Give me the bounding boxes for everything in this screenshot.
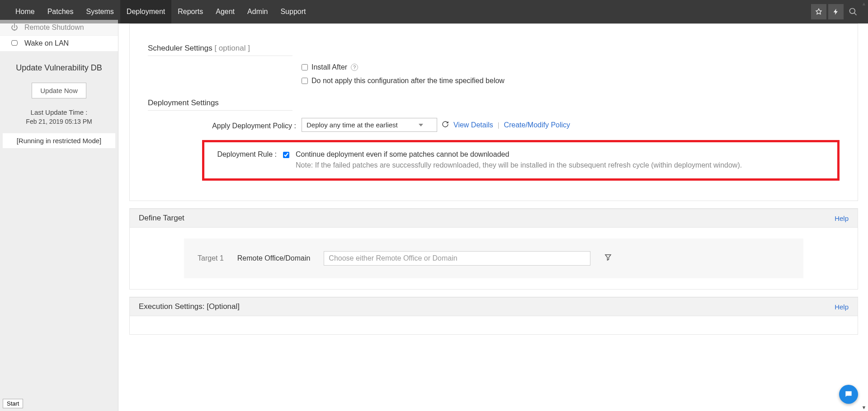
divider: |	[498, 121, 500, 129]
policy-select-value: Deploy any time at the earliest	[307, 121, 398, 129]
restricted-mode-badge: [Running in restricted Mode]	[3, 133, 115, 148]
target-field-label: Remote Office/Domain	[237, 254, 311, 262]
svg-point-0	[850, 9, 855, 14]
svg-line-1	[854, 13, 857, 15]
target-input[interactable]: Choose either Remote Office or Domain	[324, 251, 590, 266]
execution-settings-help-link[interactable]: Help	[835, 303, 849, 311]
sidebar: ⏻ Remote Shutdown 🖵 Wake on LAN Update V…	[0, 23, 118, 411]
sidebar-item-wake-on-lan[interactable]: 🖵 Wake on LAN	[0, 36, 118, 51]
define-target-card: Define Target Help Target 1 Remote Offic…	[129, 208, 858, 290]
search-icon[interactable]	[845, 4, 861, 19]
config-card: Scheduler Settings [ optional ] Install …	[129, 23, 858, 201]
sidebar-item-remote-shutdown[interactable]: ⏻ Remote Shutdown	[0, 20, 118, 36]
view-details-link[interactable]: View Details	[453, 121, 493, 129]
define-target-heading: Define Target	[139, 214, 184, 223]
install-after-checkbox[interactable]	[302, 64, 308, 70]
deployment-rule-checkbox[interactable]	[283, 152, 289, 158]
deployment-rule-note: Note: If the failed patches are successf…	[296, 160, 828, 170]
execution-settings-card: Execution Settings: [Optional] Help	[129, 297, 858, 335]
sidebar-vuln-heading: Update Vulnerability DB	[0, 57, 118, 79]
deployment-rule-highlight: Deployment Rule : Continue deployment ev…	[202, 140, 840, 181]
chat-fab[interactable]	[839, 385, 858, 404]
nav-deployment[interactable]: Deployment	[120, 0, 171, 23]
scheduler-heading: Scheduler Settings	[148, 44, 212, 52]
scroll-down-icon[interactable]: ▼	[861, 404, 867, 411]
scroll-up-icon[interactable]: ▲	[861, 0, 867, 7]
policy-label: Apply Deployment Policy :	[148, 120, 302, 130]
power-icon: ⏻	[10, 23, 19, 32]
deployment-heading: Deployment Settings	[148, 98, 219, 107]
rocket-icon[interactable]	[811, 4, 826, 19]
main-content: Scheduler Settings [ optional ] Install …	[118, 23, 868, 411]
lightning-icon[interactable]	[828, 4, 844, 19]
deployment-rule-text: Continue deployment even if some patches…	[296, 150, 828, 159]
do-not-apply-label: Do not apply this configuration after th…	[311, 77, 505, 85]
nav-support[interactable]: Support	[274, 0, 312, 23]
help-icon[interactable]: ?	[351, 64, 358, 71]
top-navigation: Home Patches Systems Deployment Reports …	[0, 0, 868, 23]
chevron-down-icon	[419, 124, 423, 126]
refresh-icon[interactable]	[442, 121, 449, 130]
install-after-option[interactable]: Install After ?	[302, 63, 358, 71]
nav-reports[interactable]: Reports	[171, 0, 209, 23]
target-index-label: Target 1	[198, 254, 224, 262]
policy-select[interactable]: Deploy any time at the earliest	[302, 118, 437, 132]
sidebar-item-label: Wake on LAN	[24, 39, 69, 47]
scroll-indicator: ▲ ▼	[861, 0, 867, 411]
nav-agent[interactable]: Agent	[209, 0, 241, 23]
sidebar-item-label: Remote Shutdown	[24, 23, 84, 32]
start-button[interactable]: Start	[3, 399, 23, 408]
create-modify-policy-link[interactable]: Create/Modify Policy	[504, 121, 570, 129]
nav-admin[interactable]: Admin	[241, 0, 274, 23]
install-after-label: Install After	[311, 63, 347, 71]
do-not-apply-checkbox[interactable]	[302, 78, 308, 84]
update-now-button[interactable]: Update Now	[32, 83, 86, 98]
scheduler-optional: [ optional ]	[212, 44, 250, 52]
deployment-rule-label: Deployment Rule :	[213, 150, 277, 159]
define-target-help-link[interactable]: Help	[835, 215, 849, 222]
execution-settings-heading: Execution Settings: [Optional]	[139, 302, 240, 311]
filter-icon[interactable]	[604, 253, 612, 264]
sidebar-vuln-section: Update Vulnerability DB Update Now Last …	[0, 51, 118, 148]
last-update-label: Last Update Time :	[0, 102, 118, 118]
target-row: Target 1 Remote Office/Domain Choose eit…	[184, 238, 803, 278]
last-update-value: Feb 21, 2019 05:13 PM	[0, 118, 118, 133]
monitor-icon: 🖵	[10, 39, 19, 47]
do-not-apply-option[interactable]: Do not apply this configuration after th…	[302, 77, 505, 85]
